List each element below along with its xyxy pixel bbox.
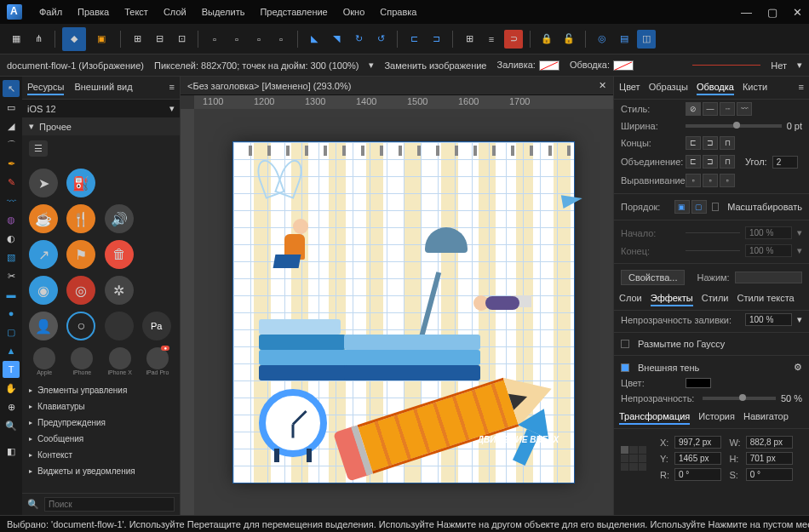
- shape-ellipse-tool-icon[interactable]: ●: [3, 305, 20, 322]
- corner-tool-icon[interactable]: ⌒: [3, 136, 20, 153]
- lock-icon[interactable]: 🔒: [537, 30, 556, 49]
- tab-resources[interactable]: Ресурсы: [27, 80, 64, 95]
- dropdown-icon[interactable]: ▾: [369, 60, 374, 71]
- snap-grid-icon[interactable]: ⊞: [460, 30, 479, 49]
- miter-angle-input[interactable]: [772, 156, 798, 169]
- close-icon[interactable]: ✕: [793, 6, 802, 19]
- anchor-selector[interactable]: [621, 446, 646, 472]
- tab-color[interactable]: Цвет: [619, 80, 640, 95]
- list-view-icon[interactable]: ☰: [29, 140, 48, 157]
- align-grid-1-icon[interactable]: ⊞: [128, 30, 146, 49]
- arrange-4-icon[interactable]: ▫: [272, 30, 290, 49]
- canvas[interactable]: ДВИЖЕНИЕ ВВЕРХ: [194, 109, 613, 515]
- start-pct-input[interactable]: [745, 226, 792, 239]
- shape-rounded-tool-icon[interactable]: ▢: [3, 323, 20, 340]
- join-buttons[interactable]: ⊏⊐⊓: [686, 155, 735, 169]
- zoom-tool-icon[interactable]: 🔍: [3, 417, 20, 434]
- pencil-tool-icon[interactable]: ✎: [3, 174, 20, 191]
- cat-widgets[interactable]: Виджеты и уведомления: [22, 463, 180, 479]
- asset-sound-icon[interactable]: 🔊: [105, 204, 134, 233]
- tab-layers[interactable]: Слои: [619, 291, 642, 306]
- insert-target-icon[interactable]: ◎: [593, 30, 611, 49]
- shape-triangle-tool-icon[interactable]: ▲: [3, 342, 20, 359]
- fx-shadow-row[interactable]: Внешняя тень⚙: [614, 359, 809, 375]
- asset-device-3-icon[interactable]: [109, 347, 131, 369]
- snap-baseline-icon[interactable]: ≡: [482, 30, 501, 49]
- fx-gaussian-row[interactable]: Размытие по Гауссу: [614, 336, 809, 352]
- stroke-width-slider[interactable]: [686, 124, 782, 128]
- tab-transform[interactable]: Трансформация: [619, 409, 690, 425]
- document-tab[interactable]: <Без заголовка> [Изменено] (293.0%) ✕: [181, 77, 613, 95]
- scale-checkbox[interactable]: [712, 203, 719, 211]
- search-input[interactable]: [44, 497, 175, 512]
- preset-selector[interactable]: iOS 12▾: [22, 100, 180, 117]
- align-buttons[interactable]: ▫▫▫: [686, 174, 735, 187]
- panel-menu-icon[interactable]: ≡: [169, 80, 175, 95]
- cat-context[interactable]: Контекст: [22, 447, 180, 463]
- asset-location-icon[interactable]: ➤: [29, 169, 58, 197]
- r-input[interactable]: [674, 468, 721, 481]
- magnet-snap-icon[interactable]: ⊃: [504, 30, 523, 49]
- stroke-swatch[interactable]: [613, 60, 634, 71]
- tab-swatches[interactable]: Образцы: [649, 80, 688, 95]
- arrange-2-icon[interactable]: ▫: [227, 30, 246, 49]
- artboard-tool-icon[interactable]: ▭: [3, 99, 20, 116]
- color-picker-tool-icon[interactable]: ⊕: [3, 398, 20, 415]
- caps-buttons[interactable]: ⊏⊐⊓: [686, 136, 735, 150]
- stroke-style-buttons[interactable]: ⊘—┈〰: [686, 102, 752, 116]
- artistic-text-tool-icon[interactable]: T: [3, 361, 20, 378]
- menu-view[interactable]: Представление: [260, 7, 327, 17]
- tab-navigator[interactable]: Навигатор: [743, 409, 789, 425]
- color-swap-icon[interactable]: ◧: [3, 443, 20, 460]
- flip-h-icon[interactable]: ◣: [305, 30, 324, 49]
- align-grid-3-icon[interactable]: ⊡: [172, 30, 191, 49]
- asset-arrow-icon[interactable]: ↗: [29, 240, 58, 269]
- transparency-tool-icon[interactable]: ◐: [3, 230, 20, 247]
- brush-tool-icon[interactable]: 〰: [3, 192, 20, 209]
- tab-brushes[interactable]: Кисти: [743, 80, 767, 95]
- section-other[interactable]: ▾Прочее: [22, 117, 180, 135]
- minimize-icon[interactable]: —: [741, 6, 752, 19]
- asset-device-2-icon[interactable]: [71, 347, 93, 369]
- node-tool-icon[interactable]: ◢: [3, 117, 20, 134]
- properties-button[interactable]: Свойства...: [621, 270, 685, 285]
- cat-controls[interactable]: Элементы управления: [22, 382, 180, 398]
- cat-warnings[interactable]: Предупреждения: [22, 415, 180, 431]
- align-right-icon[interactable]: ⊐: [427, 30, 445, 49]
- pressure-preview[interactable]: [735, 272, 802, 283]
- fx-gear-icon[interactable]: ⚙: [794, 362, 802, 373]
- panels-icon[interactable]: ◫: [637, 30, 656, 49]
- maximize-icon[interactable]: ▢: [767, 6, 777, 19]
- pen-tool-icon[interactable]: ✒: [3, 155, 20, 172]
- close-tab-icon[interactable]: ✕: [599, 80, 606, 91]
- pan-tool-icon[interactable]: ✋: [3, 380, 20, 397]
- layers-panel-icon[interactable]: ▤: [615, 30, 634, 49]
- y-input[interactable]: [674, 452, 721, 465]
- tab-history[interactable]: История: [698, 409, 735, 425]
- align-left-icon[interactable]: ⊏: [404, 30, 423, 49]
- menu-layer[interactable]: Слой: [164, 7, 186, 17]
- shape-tool-icon[interactable]: ◆: [62, 27, 86, 51]
- s-input[interactable]: [746, 468, 793, 481]
- fill-tool-icon[interactable]: ◍: [3, 211, 20, 228]
- cat-messages[interactable]: Сообщения: [22, 431, 180, 447]
- asset-food-icon[interactable]: 🍴: [66, 204, 95, 233]
- menu-help[interactable]: Справка: [380, 7, 416, 17]
- tab-text-styles[interactable]: Стили текста: [737, 291, 794, 306]
- layer-tool-icon[interactable]: ▣: [89, 27, 113, 51]
- asset-delete-icon[interactable]: 🗑: [105, 240, 134, 269]
- asset-apple-icon[interactable]: [105, 312, 134, 340]
- tab-stroke[interactable]: Обводка: [697, 80, 734, 95]
- asset-user-icon[interactable]: 👤: [29, 312, 58, 340]
- h-input[interactable]: [746, 452, 793, 465]
- tab-fx[interactable]: Эффекты: [651, 291, 693, 306]
- replace-image-button[interactable]: Заменить изображение: [384, 60, 486, 71]
- asset-ring-icon[interactable]: ○: [66, 312, 95, 340]
- place-image-tool-icon[interactable]: ▧: [3, 249, 20, 266]
- asset-fingerprint-icon[interactable]: ◎: [66, 276, 95, 305]
- artboard[interactable]: ДВИЖЕНИЕ ВВЕРХ: [233, 142, 574, 483]
- menu-window[interactable]: Окно: [343, 7, 365, 17]
- asset-spinner-icon[interactable]: ✲: [105, 276, 134, 305]
- shadow-opacity-slider[interactable]: [703, 397, 776, 400]
- fill-swatch[interactable]: [539, 60, 559, 71]
